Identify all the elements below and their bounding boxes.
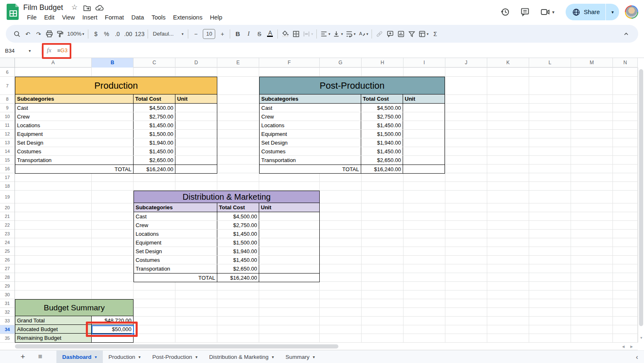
comments-icon[interactable]	[517, 4, 533, 20]
subcategory-cell[interactable]: Set Design	[260, 138, 361, 147]
subcategory-cell[interactable]: Costumes	[15, 147, 133, 155]
font-size-input[interactable]: 10	[203, 29, 215, 39]
all-sheets-icon[interactable]: ≡	[34, 351, 46, 363]
insert-comment-icon[interactable]	[385, 28, 396, 40]
row-header[interactable]: 8	[0, 95, 15, 104]
horizontal-align-button[interactable]: ▾	[319, 28, 332, 40]
tab-summary[interactable]: Summary ▾	[280, 351, 321, 363]
print-icon[interactable]	[44, 28, 55, 40]
post-production-table-title[interactable]: Post-Production	[260, 77, 445, 94]
column-header[interactable]: C	[134, 58, 175, 68]
total-cost-cell[interactable]: $1,500.00	[217, 238, 259, 247]
tab-caret-icon[interactable]: ▾	[195, 355, 197, 359]
version-history-icon[interactable]	[497, 4, 513, 20]
production-col-unit[interactable]: Unit	[175, 94, 217, 103]
unit-cell[interactable]	[403, 112, 445, 121]
select-all-corner[interactable]	[0, 58, 15, 68]
menu-item[interactable]: View	[58, 13, 78, 22]
tab-caret-icon[interactable]: ▾	[272, 355, 274, 359]
total-cost-cell[interactable]: $4,500.00	[361, 104, 403, 112]
scroll-right-icon[interactable]: ▶	[628, 344, 635, 349]
total-cost-cell[interactable]: $1,500.00	[361, 130, 403, 138]
total-cost-cell[interactable]: $4,500.00	[133, 104, 175, 112]
total-cost-cell[interactable]: $1,450.00	[217, 230, 259, 238]
unit-cell[interactable]	[175, 112, 217, 121]
spreadsheet-grid[interactable]: Production Subcategories Total Cost Unit…	[15, 68, 638, 343]
table-views-icon[interactable]: ▾	[417, 28, 430, 40]
menu-item[interactable]: Data	[128, 13, 148, 22]
row-header[interactable]: 33	[0, 317, 15, 325]
unit-cell[interactable]	[175, 130, 217, 138]
unit-cell[interactable]	[175, 121, 217, 129]
post-production-col-total-cost[interactable]: Total Cost	[361, 94, 403, 103]
row-header[interactable]: 23	[0, 230, 15, 238]
menu-item[interactable]: Help	[206, 13, 226, 22]
subcategory-cell[interactable]: Locations	[15, 121, 133, 129]
unit-cell[interactable]	[175, 147, 217, 155]
unit-cell[interactable]	[403, 121, 445, 129]
search-icon[interactable]	[12, 28, 22, 40]
fill-color-button[interactable]	[280, 28, 291, 40]
total-value-cell[interactable]: $16,240.00	[133, 165, 175, 173]
subcategory-cell[interactable]: Cast	[134, 212, 217, 220]
meet-icon[interactable]: ▾	[537, 4, 558, 20]
row-header[interactable]: 30	[0, 290, 15, 299]
vertical-scrollbar-thumb[interactable]	[639, 69, 643, 326]
subcategory-cell[interactable]: Costumes	[134, 256, 217, 264]
italic-button[interactable]: I	[243, 28, 254, 40]
distribution-col-subcategories[interactable]: Subcategories	[134, 203, 217, 212]
sheets-logo-icon[interactable]	[7, 3, 20, 20]
share-button[interactable]: Share ▾	[566, 4, 619, 20]
unit-cell[interactable]	[175, 104, 217, 112]
more-formats-button[interactable]: 123	[134, 28, 146, 40]
redo-icon[interactable]: ↷	[33, 28, 44, 40]
subcategory-cell[interactable]: Crew	[15, 112, 133, 121]
scroll-left-icon[interactable]: ◀	[620, 344, 627, 349]
budget-summary-title[interactable]: Budget Summary	[15, 300, 133, 316]
column-header[interactable]: J	[445, 58, 487, 68]
column-header[interactable]: K	[487, 58, 529, 68]
summary-label-cell[interactable]: Remaining Budget	[15, 334, 91, 342]
hide-menus-icon[interactable]	[623, 31, 629, 37]
borders-button[interactable]	[291, 28, 301, 40]
total-cost-cell[interactable]: $1,450.00	[217, 256, 259, 264]
row-header[interactable]: 10	[0, 112, 15, 121]
row-header[interactable]: 16	[0, 165, 15, 173]
insert-chart-icon[interactable]	[396, 28, 406, 40]
subcategory-cell[interactable]: Locations	[260, 121, 361, 129]
show-side-panel-icon[interactable]: ‹	[636, 351, 638, 363]
subcategory-cell[interactable]: Equipment	[260, 130, 361, 138]
tab-post-production[interactable]: Post-Production ▾	[146, 351, 203, 363]
unit-cell[interactable]	[259, 247, 319, 255]
row-header[interactable]: 25	[0, 247, 15, 256]
scroll-down-icon[interactable]: ▼	[638, 334, 644, 341]
row-header[interactable]: 29	[0, 282, 15, 290]
bold-button[interactable]: B	[232, 28, 243, 40]
subcategory-cell[interactable]: Costumes	[260, 147, 361, 155]
total-label-cell[interactable]: TOTAL	[134, 273, 217, 282]
row-header[interactable]: 34	[0, 325, 15, 334]
text-color-button[interactable]: A	[265, 28, 275, 40]
column-header[interactable]: F	[259, 58, 320, 68]
document-title[interactable]: Film Budget	[23, 3, 63, 12]
production-col-subcategories[interactable]: Subcategories	[15, 94, 133, 103]
row-header[interactable]: 6	[0, 68, 15, 77]
merge-cells-button[interactable]: ▾	[301, 28, 314, 40]
column-header[interactable]: D	[175, 58, 217, 68]
column-header[interactable]: H	[362, 58, 403, 68]
row-header[interactable]: 35	[0, 334, 15, 343]
menu-item[interactable]: File	[23, 13, 40, 22]
total-value-cell[interactable]: $16,240.00	[217, 273, 259, 282]
row-header[interactable]: 31	[0, 299, 15, 308]
name-box-caret-icon[interactable]: ▾	[29, 48, 31, 53]
production-col-total-cost[interactable]: Total Cost	[133, 94, 175, 103]
total-cost-cell[interactable]: $1,500.00	[133, 130, 175, 138]
paint-format-icon[interactable]	[55, 28, 66, 40]
unit-cell[interactable]	[175, 138, 217, 147]
subcategory-cell[interactable]: Cast	[260, 104, 361, 112]
increase-font-size-button[interactable]: +	[217, 28, 228, 40]
column-header[interactable]: E	[217, 58, 259, 68]
unit-cell[interactable]	[403, 104, 445, 112]
unit-cell[interactable]	[259, 221, 319, 229]
column-header[interactable]: G	[320, 58, 362, 68]
